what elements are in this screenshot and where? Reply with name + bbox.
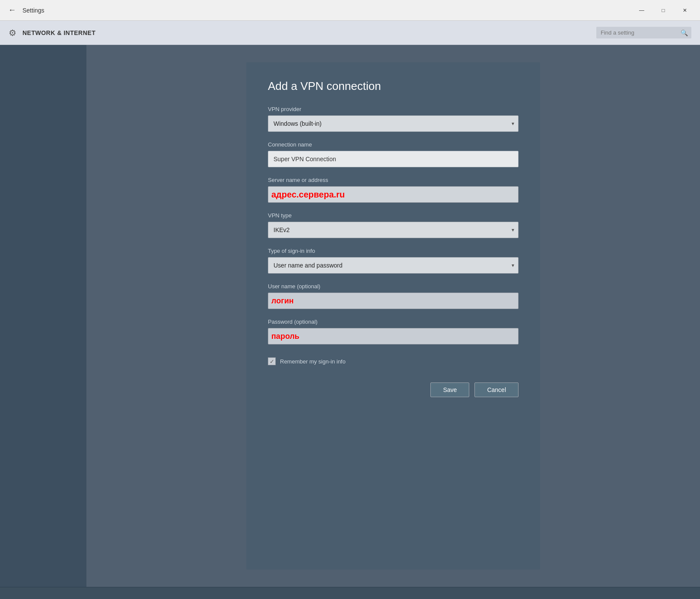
- dialog-buttons: Save Cancel: [268, 382, 519, 397]
- cancel-button[interactable]: Cancel: [474, 382, 519, 397]
- save-button[interactable]: Save: [430, 382, 469, 397]
- vpn-provider-select-wrapper: Windows (built-in) ▾: [268, 115, 519, 132]
- username-label: User name (optional): [268, 283, 519, 290]
- back-button[interactable]: ←: [5, 3, 19, 17]
- search-icon: 🔍: [681, 29, 688, 36]
- sign-in-type-label: Type of sign-in info: [268, 248, 519, 254]
- back-icon: ←: [8, 6, 16, 15]
- window-title: Settings: [22, 7, 632, 14]
- username-input-wrapper: логин: [268, 293, 519, 309]
- vpn-type-label: VPN type: [268, 212, 519, 219]
- username-input[interactable]: [268, 293, 519, 309]
- connection-name-label: Connection name: [268, 141, 519, 148]
- main-content: Add a VPN connection VPN provider Window…: [0, 45, 700, 587]
- search-input[interactable]: [596, 27, 691, 38]
- vpn-type-select-wrapper: IKEv2 ▾: [268, 222, 519, 238]
- vpn-provider-group: VPN provider Windows (built-in) ▾: [268, 106, 519, 132]
- sign-in-type-select-wrapper: User name and password ▾: [268, 257, 519, 274]
- maximize-button[interactable]: □: [653, 3, 673, 17]
- connection-name-input[interactable]: [268, 151, 519, 167]
- server-name-label: Server name or address: [268, 177, 519, 183]
- remember-signin-label: Remember my sign-in info: [280, 358, 346, 365]
- window-controls: — □ ✕: [632, 3, 695, 17]
- titlebar: ← Settings — □ ✕: [0, 0, 700, 21]
- vpn-provider-label: VPN provider: [268, 106, 519, 112]
- password-input[interactable]: [268, 328, 519, 344]
- server-name-input[interactable]: [268, 186, 519, 203]
- vpn-type-select[interactable]: IKEv2: [268, 222, 519, 238]
- page-title: NETWORK & INTERNET: [22, 29, 596, 36]
- close-button[interactable]: ✕: [675, 3, 695, 17]
- sidebar: [0, 45, 86, 587]
- header-bar: ⚙ NETWORK & INTERNET 🔍: [0, 21, 700, 45]
- remember-signin-checkbox[interactable]: ✓: [268, 357, 276, 365]
- password-input-wrapper: пароль: [268, 328, 519, 344]
- vpn-provider-select[interactable]: Windows (built-in): [268, 115, 519, 132]
- server-name-input-wrapper: адрес.сервера.ru: [268, 186, 519, 203]
- connection-name-group: Connection name: [268, 141, 519, 167]
- status-bar: [0, 587, 700, 599]
- gear-icon: ⚙: [9, 28, 16, 38]
- username-group: User name (optional) логин: [268, 283, 519, 309]
- search-container: 🔍: [596, 27, 691, 38]
- checkmark-icon: ✓: [270, 358, 274, 365]
- sign-in-type-group: Type of sign-in info User name and passw…: [268, 248, 519, 274]
- dialog-area: Add a VPN connection VPN provider Window…: [86, 45, 700, 587]
- password-group: Password (optional) пароль: [268, 319, 519, 344]
- minimize-button[interactable]: —: [632, 3, 652, 17]
- dialog-panel: Add a VPN connection VPN provider Window…: [246, 62, 540, 570]
- password-label: Password (optional): [268, 319, 519, 325]
- dialog-title: Add a VPN connection: [268, 80, 519, 93]
- sign-in-type-select[interactable]: User name and password: [268, 257, 519, 274]
- server-name-group: Server name or address адрес.сервера.ru: [268, 177, 519, 203]
- remember-signin-group: ✓ Remember my sign-in info: [268, 357, 519, 365]
- vpn-type-group: VPN type IKEv2 ▾: [268, 212, 519, 238]
